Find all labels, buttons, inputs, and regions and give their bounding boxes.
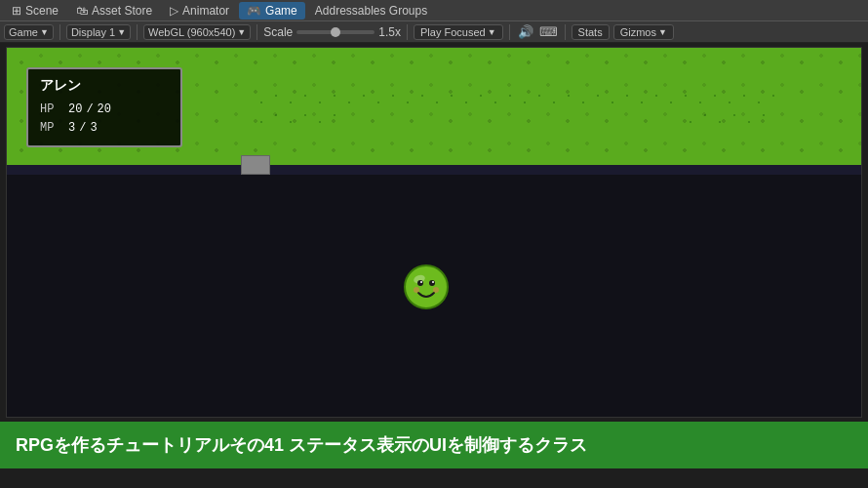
game-select[interactable]: Game ▼ (4, 24, 54, 40)
svg-point-55 (414, 287, 419, 293)
menu-item-animator[interactable]: ▷ Animator (162, 2, 237, 20)
mp-separator: / (79, 119, 86, 138)
toolbar-divider-2 (137, 24, 138, 40)
player-character (402, 263, 451, 311)
animator-icon: ▷ (170, 4, 178, 18)
keyboard-icon: ⌨ (539, 24, 558, 39)
webgl-select[interactable]: WebGL (960x540) ▼ (143, 24, 251, 40)
menu-item-scene[interactable]: ⊞ Scene (4, 2, 66, 20)
mp-row: MP 3 / 3 (40, 119, 169, 138)
dropdown-arrow-icon: ▼ (488, 27, 496, 37)
menu-bar: ⊞ Scene 🛍 Asset Store ▷ Animator 🎮 Game … (0, 0, 868, 21)
title-bar: RPGを作るチュートリアルその41 ステータス表示のUIを制御するクラス (0, 422, 868, 468)
toolbar-divider-5 (509, 24, 510, 40)
scale-label: Scale (263, 25, 293, 39)
toolbar-divider-4 (407, 24, 408, 40)
scale-slider-thumb (331, 27, 340, 37)
toolbar-divider-6 (565, 24, 566, 40)
svg-point-56 (433, 287, 439, 293)
dropdown-arrow-icon: ▼ (117, 27, 126, 37)
hp-current: 20 (68, 101, 82, 119)
menu-item-asset-store[interactable]: 🛍 Asset Store (68, 2, 160, 20)
title-text: RPGを作るチュートリアルその41 ステータス表示のUIを制御するクラス (16, 433, 587, 457)
scale-slider[interactable] (296, 30, 375, 34)
toolbar-divider-1 (59, 24, 60, 40)
hp-separator: / (86, 101, 93, 119)
character-name: アレン (40, 77, 169, 95)
svg-point-52 (429, 280, 435, 286)
menu-item-addressables[interactable]: Addressables Groups (307, 2, 435, 20)
hp-label: HP (40, 101, 64, 119)
ground-platform (241, 155, 270, 175)
play-focused-button[interactable]: Play Focused ▼ (414, 24, 503, 40)
speaker-icon: 🔊 (518, 24, 533, 39)
svg-point-53 (420, 281, 422, 283)
game-viewport: アレン HP 20 / 20 MP 3 / 3 (6, 47, 862, 418)
toolbar-group-webgl: WebGL (960x540) ▼ (143, 24, 251, 40)
asset-store-icon: 🛍 (76, 4, 88, 18)
keyboard-icon-button[interactable]: ⌨ (539, 23, 559, 41)
toolbar-group-game: Game ▼ (4, 24, 54, 40)
toolbar-divider-3 (256, 24, 257, 40)
hp-row: HP 20 / 20 (40, 101, 169, 119)
dropdown-arrow-icon: ▼ (658, 27, 667, 37)
svg-point-51 (417, 280, 423, 286)
toolbar: Game ▼ Display 1 ▼ WebGL (960x540) ▼ Sca… (0, 21, 868, 43)
dropdown-arrow-icon: ▼ (40, 27, 49, 37)
mp-max: 3 (90, 119, 97, 138)
scene-icon: ⊞ (12, 4, 21, 18)
svg-point-54 (432, 281, 434, 283)
status-panel: アレン HP 20 / 20 MP 3 / 3 (26, 67, 182, 147)
mp-label: MP (40, 119, 64, 138)
menu-item-game[interactable]: 🎮 Game (239, 2, 305, 20)
dropdown-arrow-icon: ▼ (237, 27, 246, 37)
toolbar-group-display: Display 1 ▼ (66, 24, 131, 40)
scale-container: Scale 1.5x (263, 25, 401, 39)
mute-icon-button[interactable]: 🔊 (516, 23, 535, 41)
display-select[interactable]: Display 1 ▼ (66, 24, 131, 40)
mp-current: 3 (68, 119, 75, 138)
hp-max: 20 (98, 101, 111, 119)
scale-value: 1.5x (378, 25, 401, 39)
player-sprite (402, 263, 451, 311)
gizmos-button[interactable]: Gizmos ▼ (613, 24, 674, 40)
stats-button[interactable]: Stats (572, 24, 610, 40)
game-icon: 🎮 (247, 4, 261, 18)
